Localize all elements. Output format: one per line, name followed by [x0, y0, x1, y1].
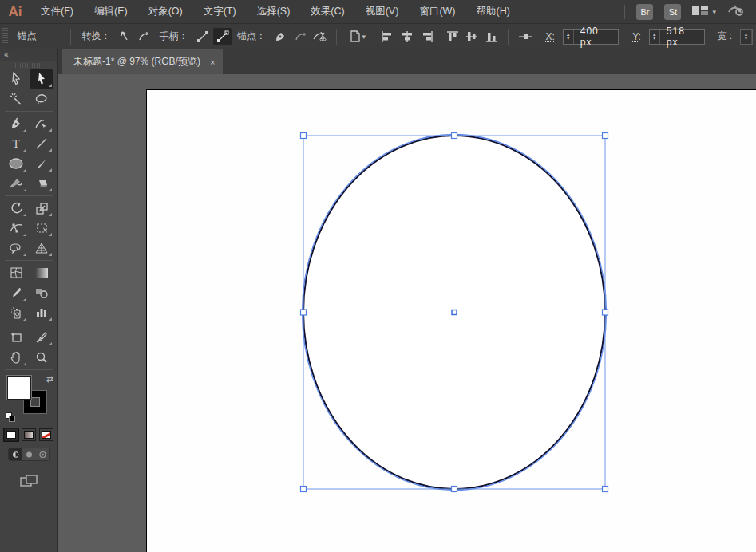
handle-top-center[interactable] — [452, 133, 457, 139]
rotate-tool[interactable] — [4, 199, 28, 218]
scale-tool[interactable] — [30, 199, 53, 218]
gradient-tool[interactable] — [30, 263, 53, 282]
add-anchor-pen-icon[interactable] — [271, 28, 290, 45]
flyout-indicator — [49, 253, 52, 256]
handle-middle-left[interactable] — [301, 310, 307, 315]
none-button[interactable] — [39, 428, 53, 441]
handles-hide-icon[interactable] — [194, 28, 212, 45]
ellipse-tool[interactable] — [4, 154, 28, 173]
eraser-tool[interactable] — [30, 174, 53, 193]
line-segment-tool[interactable] — [30, 134, 53, 153]
handle-top-left[interactable] — [301, 133, 307, 139]
fill-color-swatch[interactable] — [7, 376, 31, 400]
column-graph-tool[interactable] — [30, 303, 53, 322]
document-tab[interactable]: 未标题-1* @ 97% (RGB/预览) × — [62, 49, 223, 74]
center-point-indicator[interactable] — [452, 310, 457, 315]
handle-middle-right[interactable] — [603, 310, 608, 315]
handles-show-icon[interactable] — [213, 28, 232, 45]
change-screen-mode-icon[interactable] — [20, 474, 38, 491]
direct-selection-tool[interactable] — [30, 69, 53, 89]
x-field[interactable]: ▲▼ 400 px — [563, 29, 619, 45]
y-label: Y: — [632, 31, 641, 42]
blend-tool[interactable] — [30, 283, 53, 302]
gradient-button[interactable] — [22, 428, 36, 441]
pen-tool[interactable] — [4, 114, 28, 133]
handle-top-right[interactable] — [603, 133, 608, 139]
artboard-tool[interactable] — [4, 328, 28, 347]
remove-anchor-arc-icon[interactable] — [291, 28, 310, 45]
zoom-tool[interactable] — [30, 348, 53, 367]
default-fill-stroke-icon[interactable] — [6, 412, 15, 422]
cc-sync-icon[interactable] — [727, 4, 743, 20]
svg-text:T: T — [12, 137, 19, 150]
width-field[interactable]: ▲▼ — [740, 29, 753, 45]
align-left-icon[interactable] — [378, 28, 397, 45]
collapse-panel-icon[interactable]: « — [0, 49, 57, 61]
handle-bottom-right[interactable] — [603, 487, 608, 492]
pencil-tool[interactable] — [4, 174, 28, 193]
convert-smooth-icon[interactable] — [136, 28, 154, 45]
document-setup-icon[interactable]: ▾ — [344, 28, 370, 45]
menu-object[interactable]: 对象(O) — [138, 0, 193, 24]
cut-path-icon[interactable] — [311, 28, 329, 45]
menu-type[interactable]: 文字(T) — [193, 0, 247, 24]
menu-edit[interactable]: 编辑(E) — [84, 0, 138, 24]
menu-select[interactable]: 选择(S) — [247, 0, 301, 24]
align-bottom-icon[interactable] — [483, 28, 501, 45]
align-middle-icon[interactable] — [463, 28, 481, 45]
stock-button[interactable]: St — [664, 4, 681, 20]
width-stepper[interactable]: ▲▼ — [741, 30, 752, 44]
canvas-area[interactable] — [58, 74, 756, 552]
perspective-grid-tool[interactable] — [30, 239, 53, 258]
tools-panel-grip[interactable] — [15, 63, 42, 68]
eyedropper-tool[interactable] — [4, 283, 28, 302]
free-transform-tool[interactable] — [30, 219, 53, 238]
menu-help[interactable]: 帮助(H) — [466, 0, 520, 24]
x-value[interactable]: 400 px — [574, 26, 618, 48]
y-field[interactable]: ▲▼ 518 px — [649, 29, 705, 45]
width-tool[interactable] — [4, 219, 28, 238]
handle-bottom-center[interactable] — [452, 487, 457, 492]
selection-tool[interactable] — [4, 69, 28, 89]
menu-view[interactable]: 视图(V) — [355, 0, 410, 24]
distribute-icon[interactable] — [516, 28, 534, 45]
convert-label: 转换： — [81, 30, 110, 43]
menu-effect[interactable]: 效果(C) — [300, 0, 354, 24]
panel-grip[interactable] — [2, 28, 8, 45]
hand-tool[interactable] — [4, 348, 28, 367]
x-label: X: — [545, 31, 554, 42]
handle-bottom-left[interactable] — [301, 487, 307, 492]
convert-corner-icon[interactable] — [116, 28, 134, 45]
menu-window[interactable]: 窗口(W) — [409, 0, 465, 24]
bridge-button[interactable]: Br — [636, 4, 653, 20]
divider — [5, 369, 53, 370]
divider — [624, 5, 625, 19]
mesh-tool[interactable] — [4, 263, 28, 282]
align-center-icon[interactable] — [398, 28, 417, 45]
color-button[interactable] — [4, 428, 18, 441]
workspace-switcher-button[interactable]: ▾ — [692, 5, 716, 19]
menu-file[interactable]: 文件(F) — [30, 0, 84, 24]
magic-wand-tool[interactable] — [4, 89, 28, 108]
align-right-icon[interactable] — [418, 28, 436, 45]
y-stepper[interactable]: ▲▼ — [650, 30, 660, 44]
symbol-sprayer-tool[interactable] — [4, 303, 28, 322]
type-tool[interactable]: T — [4, 134, 28, 153]
tab-close-icon[interactable]: × — [210, 57, 215, 67]
curvature-tool[interactable] — [30, 114, 53, 133]
shape-builder-tool[interactable] — [4, 239, 28, 258]
handles-label: 手柄： — [160, 30, 188, 43]
paintbrush-tool[interactable] — [30, 154, 53, 173]
draw-inside-button[interactable] — [36, 448, 49, 460]
draw-behind-button[interactable] — [22, 448, 36, 460]
x-stepper[interactable]: ▲▼ — [564, 30, 574, 44]
document-tab-title: 未标题-1* @ 97% (RGB/预览) — [73, 55, 200, 69]
swap-fill-stroke-icon[interactable]: ⇄ — [46, 374, 53, 384]
flyout-indicator — [23, 148, 26, 152]
align-top-icon[interactable] — [443, 28, 461, 45]
lasso-tool[interactable] — [30, 89, 53, 108]
draw-normal-button[interactable] — [9, 448, 22, 460]
flyout-indicator — [49, 168, 52, 172]
slice-tool[interactable] — [30, 328, 53, 347]
y-value[interactable]: 518 px — [660, 26, 704, 48]
